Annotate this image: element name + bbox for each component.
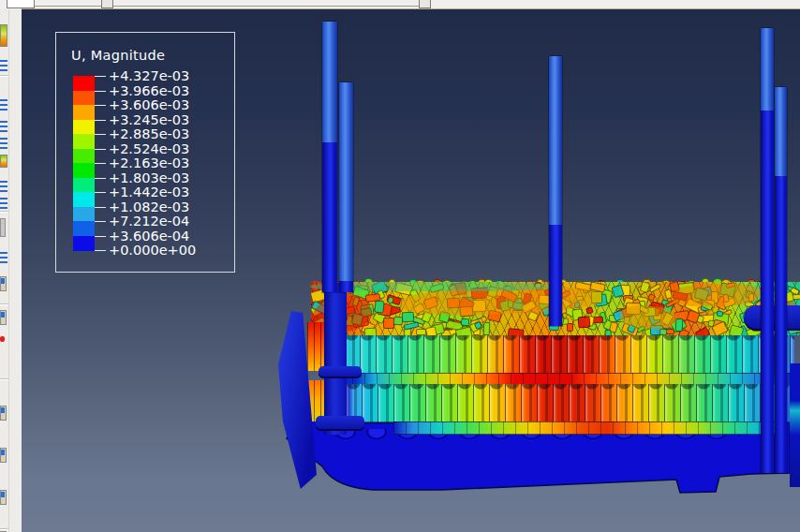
- legend-color-bar: [73, 76, 95, 250]
- toolbox-divider: [0, 304, 8, 305]
- legend-swatch: [73, 149, 95, 164]
- legend-swatch: [73, 178, 95, 193]
- tie-rod: [339, 82, 353, 292]
- legend-values: +4.327e-03+3.966e-03+3.606e-03+3.245e-03…: [109, 76, 212, 250]
- cell-row-lower: [330, 384, 794, 422]
- legend-tick: [95, 192, 106, 193]
- legend-tick: [95, 163, 106, 164]
- rod-column: [324, 283, 347, 435]
- toolbox-icon[interactable]: [0, 181, 7, 192]
- toolbox-icon[interactable]: [0, 60, 7, 71]
- toolbox-edge-line: [8, 9, 9, 532]
- legend-tick: [95, 221, 106, 222]
- legend-value: +0.000e+00: [109, 242, 196, 259]
- legend-ticks: [95, 76, 106, 250]
- abaqus-window: U, Magnitude +4.327e-03+3.966e-03+3.606e…: [0, 0, 800, 532]
- toolbar-button[interactable]: [419, 0, 431, 8]
- toolbox-icon-accent: [1, 450, 5, 455]
- toolbox-icon[interactable]: [0, 336, 5, 342]
- tie-rod: [761, 28, 774, 473]
- toolbox-icon[interactable]: [0, 121, 7, 132]
- tie-rod: [775, 87, 787, 473]
- toolbox-icon[interactable]: [0, 99, 7, 111]
- toolbox-icon[interactable]: [0, 138, 7, 149]
- toolbox-divider: [0, 529, 8, 530]
- toolbox-icon-accent: [1, 492, 5, 497]
- toolbox-icon[interactable]: [0, 406, 7, 421]
- legend-swatch: [73, 207, 95, 222]
- bottom-rim: [393, 421, 783, 435]
- legend-tick: [95, 178, 106, 179]
- toolbox-divider: [0, 212, 8, 213]
- rod-collar: [319, 366, 362, 378]
- legend-tick: [95, 76, 106, 77]
- tie-rod: [322, 22, 337, 292]
- toolbox-icon[interactable]: [0, 490, 7, 505]
- legend-swatch: [73, 134, 95, 149]
- legend-tick: [95, 149, 106, 150]
- top-toolbar-strip: [0, 0, 800, 9]
- legend-swatch: [73, 76, 95, 91]
- right-edge-sliver: [790, 363, 800, 487]
- toolbox-icon[interactable]: [0, 24, 7, 47]
- toolbox-divider: [0, 379, 8, 380]
- cell-row-upper: [328, 335, 794, 374]
- rod-collar: [316, 416, 364, 431]
- legend-swatch: [73, 105, 95, 120]
- legend-tick: [95, 236, 106, 237]
- legend-tick: [95, 91, 106, 92]
- tie-rod: [549, 56, 562, 326]
- legend-tick: [95, 120, 106, 121]
- viewport-canvas[interactable]: U, Magnitude +4.327e-03+3.966e-03+3.606e…: [22, 9, 800, 532]
- viewport-top-border: [22, 8, 800, 9]
- legend-swatch: [73, 120, 95, 135]
- toolbox-icon[interactable]: [0, 276, 7, 291]
- legend-swatch: [73, 192, 95, 207]
- contour-legend: U, Magnitude +4.327e-03+3.966e-03+3.606e…: [55, 32, 235, 273]
- toolbox-icon[interactable]: [0, 218, 6, 237]
- toolbox-icon[interactable]: [0, 448, 7, 463]
- left-toolbox-strip: [0, 9, 22, 532]
- legend-tick: [95, 134, 106, 135]
- toolbox-icon-accent: [1, 278, 5, 284]
- toolbox-divider: [0, 76, 8, 77]
- toolbox-icon[interactable]: [0, 198, 7, 209]
- toolbar-button[interactable]: [101, 0, 113, 8]
- legend-swatch: [73, 236, 95, 251]
- legend-tick: [95, 207, 106, 208]
- legend-swatch: [73, 91, 95, 106]
- legend-tick: [95, 250, 106, 251]
- legend-swatch: [73, 163, 95, 178]
- legend-swatch: [73, 221, 95, 236]
- toolbar-field-edge: [35, 6, 419, 7]
- legend-title: U, Magnitude: [71, 48, 165, 63]
- toolbar-field[interactable]: [7, 0, 35, 8]
- toolbox-icon[interactable]: [0, 155, 7, 168]
- legend-tick: [95, 105, 106, 106]
- toolbox-icon[interactable]: [0, 310, 7, 325]
- toolbox-icon[interactable]: [0, 252, 7, 263]
- toolbox-icon-accent: [1, 312, 5, 318]
- toolbox-icon-accent: [1, 407, 5, 413]
